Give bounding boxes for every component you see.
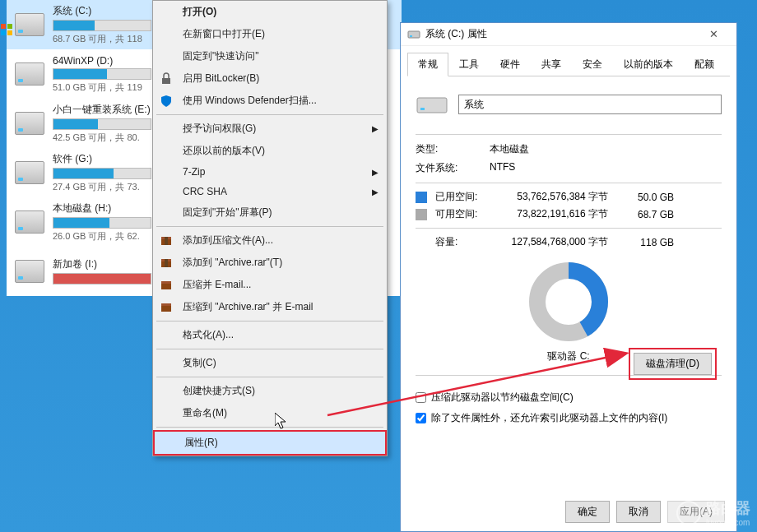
winrar-icon — [160, 257, 173, 270]
chevron-right-icon: ▶ — [372, 168, 378, 177]
menu-copy[interactable]: 复制(C) — [153, 352, 387, 374]
menu-restore-prev[interactable]: 还原以前的版本(V) — [153, 140, 387, 162]
free-bytes: 73,822,191,616 字节 — [501, 207, 625, 221]
menu-zip-archive-email[interactable]: 压缩到 "Archive.rar" 并 E-mail — [153, 296, 387, 318]
tab-security[interactable]: 安全 — [572, 53, 613, 76]
type-label: 类型: — [416, 142, 490, 156]
menu-pin-quick[interactable]: 固定到"快速访问" — [153, 45, 387, 67]
winrar-icon — [160, 279, 173, 292]
bitlocker-icon — [160, 72, 173, 86]
shield-icon — [160, 95, 173, 108]
type-value: 本地磁盘 — [490, 142, 722, 156]
menu-rename[interactable]: 重命名(M) — [153, 402, 387, 424]
fs-label: 文件系统: — [416, 161, 490, 175]
windows-flag-icon — [0, 23, 13, 36]
drive-large-icon — [416, 91, 448, 118]
svg-rect-16 — [410, 35, 412, 37]
capacity-bytes: 127,584,768,000 字节 — [501, 235, 625, 249]
menu-add-archive[interactable]: 添加到压缩文件(A)... — [153, 229, 387, 252]
menu-pin-start[interactable]: 固定到"开始"屏幕(P) — [153, 201, 387, 224]
winrar-icon — [160, 234, 173, 247]
menu-open-new-window[interactable]: 在新窗口中打开(E) — [153, 23, 387, 45]
svg-rect-1 — [7, 24, 12, 29]
svg-rect-4 — [162, 78, 170, 84]
compress-checkbox[interactable] — [416, 392, 426, 403]
properties-window: 系统 (C:) 属性 ✕ 常规 工具 硬件 共享 安全 以前的版本 配额 类型:… — [400, 22, 737, 532]
used-size: 50.0 GB — [625, 192, 674, 203]
fs-value: NTFS — [490, 161, 722, 175]
menu-format[interactable]: 格式化(A)... — [153, 324, 387, 346]
svg-rect-18 — [420, 108, 425, 110]
drive-icon — [15, 161, 44, 184]
watermark: 路由器 luyouqi.com — [676, 498, 750, 527]
disk-cleanup-button[interactable]: 磁盘清理(D) — [634, 353, 712, 375]
drive-icon — [15, 62, 44, 86]
window-title: 系统 (C:) 属性 — [425, 27, 697, 41]
drive-letter-label: 驱动器 C: — [547, 349, 589, 363]
svg-rect-10 — [165, 259, 168, 267]
menu-zip-email[interactable]: 压缩并 E-mail... — [153, 274, 387, 296]
svg-rect-3 — [7, 30, 12, 35]
cleanup-highlight: 磁盘清理(D) — [629, 348, 717, 380]
index-checkbox[interactable] — [416, 413, 426, 423]
svg-rect-0 — [1, 24, 6, 29]
menu-bitlocker[interactable]: 启用 BitLocker(B) — [153, 67, 387, 90]
drive-icon — [15, 210, 44, 234]
ok-button[interactable]: 确定 — [565, 501, 610, 523]
drive-icon — [15, 112, 44, 135]
close-icon: ✕ — [709, 28, 718, 40]
index-checkbox-row[interactable]: 除了文件属性外，还允许索引此驱动器上文件的内容(I) — [416, 408, 722, 428]
tabs: 常规 工具 硬件 共享 安全 以前的版本 配额 — [401, 46, 736, 76]
free-label: 可用空间: — [435, 207, 501, 221]
disk-usage-chart — [527, 261, 610, 343]
context-menu: 打开(O) 在新窗口中打开(E) 固定到"快速访问" 启用 BitLocker(… — [152, 0, 388, 456]
chevron-right-icon: ▶ — [372, 187, 378, 197]
menu-properties[interactable]: 属性(R) — [153, 430, 387, 456]
tab-sharing[interactable]: 共享 — [531, 53, 572, 76]
svg-rect-12 — [161, 281, 171, 284]
drive-icon — [407, 29, 420, 40]
used-color-swatch — [416, 192, 427, 203]
capacity-label: 容量: — [435, 235, 501, 249]
menu-open[interactable]: 打开(O) — [153, 1, 387, 23]
svg-rect-7 — [165, 237, 168, 245]
svg-rect-17 — [417, 98, 447, 113]
tab-hardware[interactable]: 硬件 — [490, 53, 531, 76]
cancel-button[interactable]: 取消 — [616, 501, 661, 523]
cursor-icon — [275, 413, 290, 431]
capacity-size: 118 GB — [625, 237, 674, 248]
svg-rect-2 — [1, 30, 6, 35]
close-button[interactable]: ✕ — [697, 24, 730, 45]
titlebar[interactable]: 系统 (C:) 属性 ✕ — [401, 23, 736, 46]
compress-checkbox-row[interactable]: 压缩此驱动器以节约磁盘空间(C) — [416, 387, 722, 408]
menu-crc-sha[interactable]: CRC SHA▶ — [153, 182, 387, 201]
watermark-icon — [676, 501, 701, 525]
menu-add-to-archive-rar[interactable]: 添加到 "Archive.rar"(T) — [153, 252, 387, 274]
tab-tools[interactable]: 工具 — [448, 53, 490, 76]
menu-7zip[interactable]: 7-Zip▶ — [153, 162, 387, 182]
used-bytes: 53,762,576,384 字节 — [501, 190, 625, 204]
free-color-swatch — [416, 209, 427, 220]
tab-quota[interactable]: 配额 — [684, 53, 725, 76]
tab-prev-versions[interactable]: 以前的版本 — [613, 53, 684, 76]
drive-icon — [15, 13, 44, 36]
chevron-right-icon: ▶ — [372, 124, 378, 133]
used-label: 已用空间: — [435, 190, 501, 204]
menu-grant-access[interactable]: 授予访问权限(G)▶ — [153, 118, 387, 140]
winrar-icon — [160, 301, 173, 314]
drive-icon — [15, 260, 44, 283]
tab-body: 类型:本地磁盘 文件系统:NTFS 已用空间:53,762,576,384 字节… — [407, 76, 730, 445]
menu-defender[interactable]: 使用 Windows Defender扫描... — [153, 90, 387, 112]
svg-rect-14 — [161, 303, 171, 306]
drive-name-input[interactable] — [458, 95, 722, 114]
tab-general[interactable]: 常规 — [407, 53, 448, 76]
free-size: 68.7 GB — [625, 209, 674, 220]
menu-create-shortcut[interactable]: 创建快捷方式(S) — [153, 380, 387, 402]
